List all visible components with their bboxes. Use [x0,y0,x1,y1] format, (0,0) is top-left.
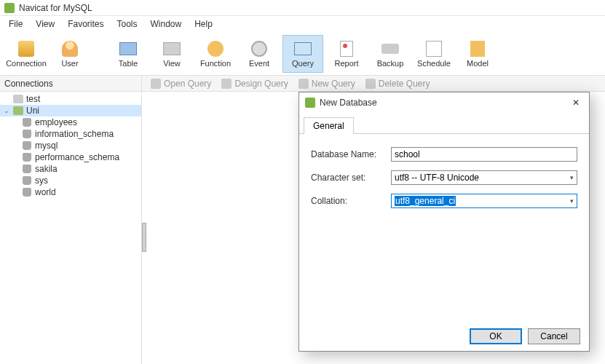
model-button[interactable]: Model [457,35,498,73]
database-icon [22,117,32,127]
dialog-buttons: OK Cancel [299,322,589,351]
schedule-icon [424,40,444,58]
table-button[interactable]: Table [108,35,149,73]
app-icon [4,3,15,13]
connection-label: Uni [26,106,39,116]
backup-button[interactable]: Backup [370,35,411,73]
query-icon [293,40,313,58]
connection-label: Connection [6,59,47,68]
function-label: Function [200,59,231,68]
database-icon [22,187,32,197]
dbname-input[interactable] [391,147,577,162]
query-label: Query [292,59,314,68]
database-label: employees [35,117,77,127]
table-label: Table [119,59,138,68]
collation-label: Collation: [311,196,391,206]
ok-button[interactable]: OK [470,328,522,344]
model-label: Model [467,59,489,68]
sidebar: test ⌄ Uni employees information_schema … [0,92,142,364]
open-query-label: Open Query [164,79,211,89]
query-button[interactable]: Query [282,35,323,73]
report-button[interactable]: Report [326,35,367,73]
database-item-sys[interactable]: sys [0,175,141,186]
chevron-down-icon: ▾ [570,174,574,181]
table-icon [118,40,138,58]
connection-label: test [26,94,40,104]
schedule-label: Schedule [417,59,451,68]
database-item-mysql[interactable]: mysql [0,140,141,151]
splitter-handle[interactable] [142,223,146,252]
connection-icon [13,94,23,104]
database-label: mysql [35,141,58,151]
menu-help[interactable]: Help [189,17,218,31]
new-query-button[interactable]: New Query [294,77,360,90]
connection-item-uni[interactable]: ⌄ Uni [0,105,141,116]
user-label: User [61,59,78,68]
database-item-sakila[interactable]: sakila [0,163,141,175]
event-icon [249,40,269,58]
menubar: File View Favorites Tools Window Help [0,16,605,32]
database-icon [22,175,32,186]
connection-button[interactable]: Connection [6,35,47,73]
database-icon [22,164,32,174]
view-button[interactable]: View [151,35,192,73]
new-query-icon [298,79,309,89]
delete-query-label: Delete Query [379,79,430,89]
database-icon [22,129,32,139]
database-label: performance_schema [35,152,119,162]
function-button[interactable]: Function [195,35,236,73]
report-icon [336,40,357,58]
collation-select[interactable]: utf8_general_ci ▾ [391,194,577,208]
delete-query-button[interactable]: Delete Query [361,77,435,90]
new-query-label: New Query [312,79,355,89]
dbname-label: Database Name: [311,149,391,159]
open-query-button[interactable]: Open Query [146,77,215,90]
user-icon [60,40,80,58]
menu-view[interactable]: View [30,17,60,31]
model-icon [467,40,488,58]
dialog-title: New Database [320,98,569,108]
menu-favorites[interactable]: Favorites [62,17,109,31]
menu-file[interactable]: File [3,17,28,31]
close-icon[interactable]: ✕ [569,98,583,108]
database-item-world[interactable]: world [0,186,141,198]
event-label: Event [249,59,269,68]
dialog-body: Database Name: Character set: utf8 -- UT… [299,134,589,322]
connection-item-test[interactable]: test [0,93,141,105]
subtoolbar: Connections Open Query Design Query New … [0,76,605,92]
database-label: sakila [35,164,58,174]
app-title: Navicat for MySQL [19,3,92,13]
design-query-button[interactable]: Design Query [217,77,292,90]
chevron-down-icon: ▾ [570,197,574,205]
tab-general[interactable]: General [304,117,354,134]
menu-tools[interactable]: Tools [111,17,143,31]
delete-query-icon [365,79,376,89]
schedule-button[interactable]: Schedule [414,35,454,73]
menu-window[interactable]: Window [145,17,188,31]
dialog-icon [305,98,315,108]
database-item-employees[interactable]: employees [0,116,141,128]
view-icon [162,40,182,58]
connections-header: Connections [0,76,142,91]
database-label: information_schema [35,129,114,139]
database-item-performance-schema[interactable]: performance_schema [0,151,141,163]
database-icon [22,152,32,162]
design-query-label: Design Query [234,79,288,89]
dialog-titlebar[interactable]: New Database ✕ [299,92,589,113]
chevron-down-icon[interactable]: ⌄ [3,107,10,114]
charset-select[interactable]: utf8 -- UTF-8 Unicode ▾ [391,170,577,185]
database-item-information-schema[interactable]: information_schema [0,128,141,140]
backup-label: Backup [377,59,404,68]
user-button[interactable]: User [50,35,90,73]
charset-value: utf8 -- UTF-8 Unicode [395,173,479,183]
new-database-dialog: New Database ✕ General Database Name: Ch… [298,92,590,352]
database-icon [22,141,32,151]
charset-label: Character set: [311,173,391,183]
toolbar: Connection User Table View Function Even… [0,32,605,76]
database-label: sys [35,175,48,186]
database-label: world [35,187,56,197]
cancel-button[interactable]: Cancel [528,328,580,344]
backup-icon [380,40,400,58]
connection-icon [16,40,36,58]
event-button[interactable]: Event [239,35,280,73]
